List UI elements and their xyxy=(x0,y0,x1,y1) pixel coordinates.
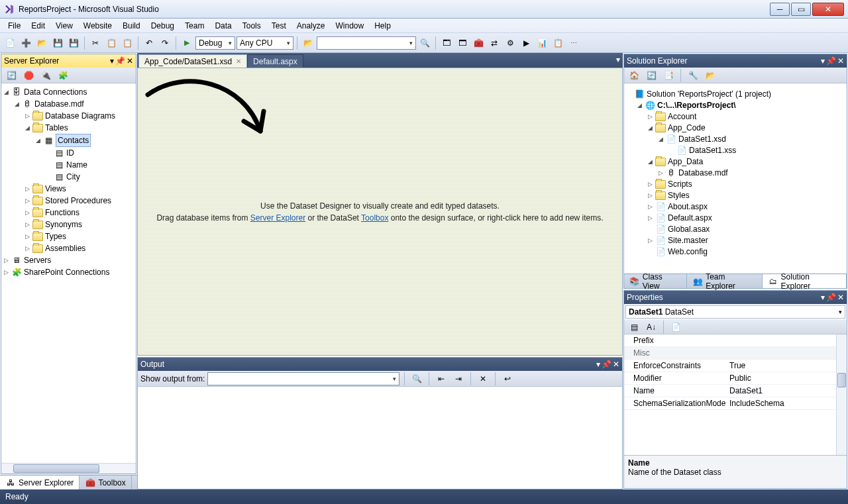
tb-extra-5[interactable]: ⚙ xyxy=(503,36,517,50)
expander-icon[interactable]: ▷ xyxy=(647,201,653,213)
redo-button[interactable]: ↷ xyxy=(158,36,172,50)
panel-close-icon[interactable]: ✕ xyxy=(837,56,844,66)
tree-label[interactable]: C:\...\ReportsProject\ xyxy=(657,100,736,111)
tree-label-selected[interactable]: Contacts xyxy=(56,134,91,147)
expander-icon[interactable]: ◢ xyxy=(636,100,643,111)
expander-icon[interactable]: ▷ xyxy=(24,219,30,230)
find-in-files-button[interactable]: 🔍 xyxy=(417,36,432,50)
tree-label[interactable]: City xyxy=(66,171,80,183)
tree-label[interactable]: Servers xyxy=(24,254,51,266)
tb-extra-2[interactable]: 🗖 xyxy=(455,36,470,50)
prop-pages-button[interactable]: 📄 xyxy=(668,320,683,334)
prop-categorized-button[interactable]: ▤ xyxy=(627,320,641,334)
expander-icon[interactable]: ▷ xyxy=(24,230,30,242)
add-item-button[interactable]: ➕ xyxy=(19,36,33,50)
menu-help[interactable]: Help xyxy=(369,20,396,32)
save-all-button[interactable]: 💾 xyxy=(66,36,81,50)
tb-extra-3[interactable]: 🧰 xyxy=(471,36,486,50)
expander-icon[interactable]: ▷ xyxy=(24,183,30,195)
find-button[interactable]: 📂 xyxy=(301,36,315,50)
tree-label[interactable]: About.aspx xyxy=(668,201,708,213)
output-text[interactable] xyxy=(138,387,622,489)
horizontal-scrollbar[interactable] xyxy=(1,463,136,474)
tree-label[interactable]: Global.asax xyxy=(668,224,710,235)
expander-icon[interactable]: ▷ xyxy=(647,111,653,123)
panel-pin-icon[interactable]: 📌 xyxy=(826,56,836,66)
menu-website[interactable]: Website xyxy=(78,20,117,32)
team-explorer-tab[interactable]: 👥Team Explorer xyxy=(687,274,762,288)
new-project-button[interactable]: 📄 xyxy=(3,36,17,50)
panel-pin-icon[interactable]: 📌 xyxy=(826,293,836,302)
menu-tools[interactable]: Tools xyxy=(237,20,266,32)
doc-tab-close-icon[interactable]: ✕ xyxy=(236,58,241,65)
server-explorer-link[interactable]: Server Explorer xyxy=(250,213,305,223)
sol-home-button[interactable]: 🏠 xyxy=(627,68,641,83)
doc-tabs-dropdown-icon[interactable]: ▾ xyxy=(616,55,620,64)
se-refresh-button[interactable]: 🔄 xyxy=(4,68,19,83)
copy-button[interactable]: 📋 xyxy=(104,36,119,50)
menu-build[interactable]: Build xyxy=(117,20,146,32)
tree-label[interactable]: Functions xyxy=(45,207,80,219)
expander-icon[interactable]: ◢ xyxy=(647,123,653,134)
close-button[interactable]: ✕ xyxy=(812,3,844,16)
se-add-button[interactable]: 🧩 xyxy=(56,68,70,83)
tb-extra-8[interactable]: 📋 xyxy=(551,36,565,50)
panel-close-icon[interactable]: ✕ xyxy=(613,360,619,369)
tree-label[interactable]: SharePoint Connections xyxy=(24,266,109,278)
tree-label[interactable]: Assemblies xyxy=(45,242,85,254)
prop-row[interactable]: SchemaSerializationModeIncludeSchema xyxy=(624,397,847,410)
paste-button[interactable]: 📋 xyxy=(120,36,134,50)
vertical-scrollbar[interactable] xyxy=(836,334,847,455)
prop-row[interactable]: EnforceConstraintsTrue xyxy=(624,360,847,372)
find-combo[interactable] xyxy=(317,36,416,50)
panel-close-icon[interactable]: ✕ xyxy=(837,293,844,302)
tree-label[interactable]: Database.mdf xyxy=(34,98,84,110)
expander-icon[interactable]: ◢ xyxy=(24,122,30,134)
tree-label[interactable]: Name xyxy=(66,159,87,171)
sol-nest-button[interactable]: 📂 xyxy=(703,68,717,83)
sol-refresh-button[interactable]: 🔄 xyxy=(644,68,659,83)
tb-extra-9[interactable]: ⋯ xyxy=(566,36,581,50)
expander-icon[interactable]: ▷ xyxy=(647,190,653,201)
platform-combo[interactable]: Any CPU xyxy=(237,36,293,50)
sol-showall-button[interactable]: 📑 xyxy=(661,68,676,83)
tree-label[interactable]: Default.aspx xyxy=(668,213,712,224)
prop-value[interactable]: True xyxy=(727,361,847,370)
expander-icon[interactable]: ▷ xyxy=(3,266,9,278)
tree-label[interactable]: Scripts xyxy=(668,179,692,190)
solution-explorer-tab[interactable]: 🗂Solution Explorer xyxy=(763,274,847,288)
expander-icon[interactable]: ◢ xyxy=(13,98,20,110)
tree-label[interactable]: Solution 'ReportsProject' (1 project) xyxy=(647,89,771,100)
tree-label[interactable]: Types xyxy=(45,230,66,242)
expander-icon[interactable]: ▷ xyxy=(647,179,653,190)
server-explorer-tab[interactable]: 🖧Server Explorer xyxy=(0,476,80,489)
tree-label[interactable]: Views xyxy=(45,183,66,195)
maximize-button[interactable]: ▭ xyxy=(791,3,811,16)
panel-dropdown-icon[interactable]: ▾ xyxy=(821,293,825,302)
prop-row[interactable]: ModifierPublic xyxy=(624,372,847,385)
prop-alphabetical-button[interactable]: A↓ xyxy=(644,320,659,334)
toolbox-link[interactable]: Toolbox xyxy=(361,213,388,223)
menu-data[interactable]: Data xyxy=(209,20,237,32)
tree-label[interactable]: Tables xyxy=(45,122,68,134)
expander-icon[interactable]: ▷ xyxy=(24,242,30,254)
output-next-button[interactable]: ⇥ xyxy=(451,372,466,386)
expander-icon[interactable]: ▷ xyxy=(24,207,30,219)
tree-label[interactable]: Web.config xyxy=(668,246,708,258)
output-clear-button[interactable]: ✕ xyxy=(476,372,490,386)
expander-icon[interactable]: ◢ xyxy=(3,86,9,98)
tb-extra-6[interactable]: ▶ xyxy=(519,36,533,50)
menu-view[interactable]: View xyxy=(50,20,78,32)
tree-label[interactable]: Synonyms xyxy=(45,219,82,230)
se-connect-button[interactable]: 🔌 xyxy=(38,68,53,83)
menu-debug[interactable]: Debug xyxy=(146,20,180,32)
save-button[interactable]: 💾 xyxy=(50,36,65,50)
output-wrap-button[interactable]: ↩ xyxy=(500,372,515,386)
start-debug-button[interactable]: ▶ xyxy=(180,36,194,50)
tree-label[interactable]: Site.master xyxy=(668,235,708,246)
cut-button[interactable]: ✂ xyxy=(88,36,103,50)
doc-tab-active[interactable]: App_Code/DataSet1.xsd ✕ xyxy=(138,54,247,68)
tree-label[interactable]: Account xyxy=(668,111,696,123)
menu-test[interactable]: Test xyxy=(266,20,292,32)
panel-dropdown-icon[interactable]: ▾ xyxy=(821,56,825,66)
